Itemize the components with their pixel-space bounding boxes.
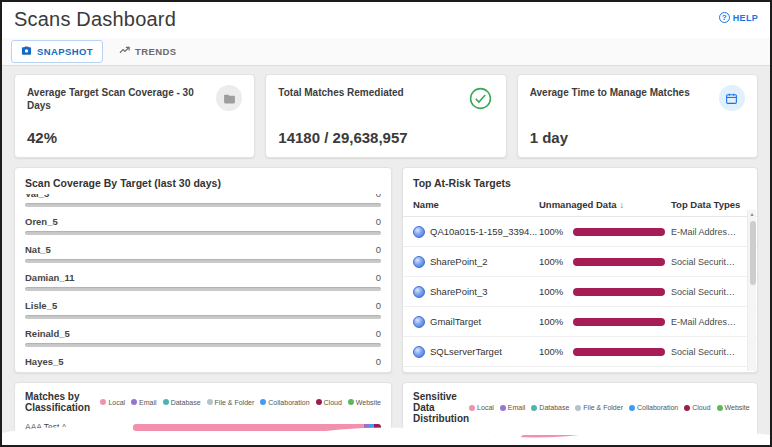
legend-item[interactable]: Email bbox=[131, 399, 157, 406]
top-data-types: Social Security Number, E-... bbox=[671, 287, 747, 297]
stat-title: Average Target Scan Coverage - 30 Days bbox=[27, 86, 212, 112]
target-label: Lisle_5 bbox=[25, 300, 57, 311]
legend-item[interactable]: Local bbox=[100, 399, 125, 406]
stat-value: 1 day bbox=[530, 129, 568, 146]
page-title: Scans Dashboard bbox=[14, 8, 176, 31]
legend-dot bbox=[500, 405, 506, 411]
chart-row: AAA Test A bbox=[15, 418, 391, 436]
target-label: Reinald_5 bbox=[25, 328, 70, 339]
panel-title: Scan Coverage By Target (last 30 days) bbox=[15, 168, 391, 194]
coverage-row: Reinald_50 bbox=[25, 319, 381, 347]
table-row[interactable]: SharePoint_3 100% Social Security Number… bbox=[403, 277, 757, 307]
help-label: HELP bbox=[733, 13, 758, 23]
legend-dot bbox=[717, 405, 723, 411]
stacked-bar bbox=[521, 435, 747, 442]
target-name: QA10a015-1-159_3394... bbox=[430, 226, 537, 237]
target-label: Hayes_5 bbox=[25, 356, 64, 367]
target-value: 0 bbox=[376, 216, 381, 227]
legend-item[interactable]: Database bbox=[531, 404, 569, 411]
top-data-types: Social Security Number bbox=[671, 347, 747, 357]
target-icon bbox=[413, 286, 425, 298]
column-name[interactable]: Name bbox=[413, 199, 539, 210]
unmanaged-bar bbox=[573, 318, 665, 326]
top-data-types: E-Mail Address, Social Sec... bbox=[671, 317, 747, 327]
stat-value: 42% bbox=[27, 129, 57, 146]
panel-title: Matches by Classification bbox=[25, 391, 100, 413]
column-unmanaged-data[interactable]: Unmanaged Data ↓ bbox=[539, 199, 671, 210]
stat-card-manage-time: Average Time to Manage Matches 1 day bbox=[517, 74, 758, 158]
column-top-data-types[interactable]: Top Data Types bbox=[671, 199, 747, 210]
legend-item[interactable]: File & Folder bbox=[207, 399, 255, 406]
legend-item[interactable]: Cloud bbox=[316, 399, 342, 406]
coverage-row: Oren_50 bbox=[25, 207, 381, 235]
camera-icon bbox=[21, 45, 32, 58]
trend-icon bbox=[119, 45, 130, 58]
middle-panel-row: Scan Coverage By Target (last 30 days) V… bbox=[14, 167, 758, 373]
unmanaged-bar bbox=[573, 348, 665, 356]
target-icon bbox=[413, 346, 425, 358]
tab-bar: SNAPSHOT TRENDS bbox=[2, 38, 770, 66]
unmanaged-bar bbox=[573, 228, 665, 236]
legend-dot bbox=[469, 405, 475, 411]
legend-dot bbox=[629, 405, 635, 411]
sensitive-data-distribution-panel: Sensitive Data Distribution Local Email … bbox=[402, 382, 758, 445]
legend-item[interactable]: Email bbox=[500, 404, 526, 411]
top-data-types: Social Security Number, Da... bbox=[671, 257, 747, 267]
legend-dot bbox=[531, 405, 537, 411]
legend-item[interactable]: File & Folder bbox=[575, 404, 623, 411]
target-label: Nat_5 bbox=[25, 244, 51, 255]
coverage-row: Val_30 bbox=[25, 194, 381, 207]
stacked-bar bbox=[133, 424, 381, 431]
help-icon: ? bbox=[719, 12, 730, 23]
chart-row-label: Arah : Classification : YES No... bbox=[25, 440, 127, 445]
legend-item[interactable]: Website bbox=[348, 399, 381, 406]
panel-title: Top At-Risk Targets bbox=[403, 168, 757, 194]
stat-value: 14180 / 29,638,957 bbox=[278, 129, 407, 146]
help-link[interactable]: ? HELP bbox=[719, 12, 758, 23]
sort-desc-icon[interactable]: ↓ bbox=[620, 200, 625, 210]
tab-trends-label: TRENDS bbox=[135, 46, 176, 57]
coverage-row: Nat_50 bbox=[25, 235, 381, 263]
unmanaged-bar bbox=[573, 288, 665, 296]
scroll-up-icon[interactable]: ▲ bbox=[748, 210, 756, 219]
target-label: Damian_11 bbox=[25, 272, 75, 283]
table-header: Name Unmanaged Data ↓ Top Data Types bbox=[403, 194, 757, 217]
legend-item[interactable]: Website bbox=[717, 404, 750, 411]
table-row[interactable]: QA10a015-1-159_3394... 100% E-Mail Addre… bbox=[403, 217, 757, 247]
chart-row: Arah : Classification : YES No... bbox=[15, 436, 391, 445]
stacked-bar bbox=[133, 442, 381, 446]
chart-legend: Local Email Database File & Folder Colla… bbox=[469, 404, 750, 411]
target-label: Val_3 bbox=[25, 194, 49, 199]
coverage-row: Lisle_50 bbox=[25, 291, 381, 319]
target-name: SharePoint_3 bbox=[430, 286, 488, 297]
scrollbar-thumb[interactable] bbox=[750, 221, 756, 285]
at-risk-panel: Top At-Risk Targets Name Unmanaged Data … bbox=[402, 167, 758, 373]
unmanaged-bar bbox=[573, 258, 665, 266]
target-label: Oren_5 bbox=[25, 216, 58, 227]
legend-dot bbox=[316, 399, 322, 405]
target-value: 0 bbox=[376, 300, 381, 311]
table-row[interactable]: SQLserverTarget 100% Social Security Num… bbox=[403, 337, 757, 367]
legend-item[interactable]: Collaboration bbox=[629, 404, 678, 411]
coverage-list[interactable]: Val_30 Oren_50 Nat_50 Damian_110 bbox=[15, 194, 391, 370]
table-row[interactable]: GmailTarget 100% E-Mail Address, Social … bbox=[403, 307, 757, 337]
chart-row: Anne Cube Data Type bbox=[403, 429, 757, 445]
target-icon bbox=[413, 256, 425, 268]
stat-title: Average Time to Manage Matches bbox=[530, 86, 715, 99]
vertical-scrollbar[interactable]: ▲ bbox=[747, 210, 756, 371]
legend-dot bbox=[100, 399, 106, 405]
legend-item[interactable]: Local bbox=[469, 404, 494, 411]
dashboard-window: Scans Dashboard ? HELP SNAPSHOT TRENDS A… bbox=[0, 0, 772, 447]
bottom-panel-row: Matches by Classification Local Email Da… bbox=[14, 382, 758, 445]
legend-item[interactable]: Cloud bbox=[684, 404, 710, 411]
unmanaged-percent: 100% bbox=[539, 346, 566, 357]
legend-item[interactable]: Database bbox=[163, 399, 201, 406]
tab-snapshot-label: SNAPSHOT bbox=[37, 46, 93, 57]
tab-snapshot[interactable]: SNAPSHOT bbox=[11, 40, 103, 63]
coverage-row: Damian_110 bbox=[25, 263, 381, 291]
target-name: SQLserverTarget bbox=[430, 346, 502, 357]
table-row[interactable]: SharePoint_2 100% Social Security Number… bbox=[403, 247, 757, 277]
legend-item[interactable]: Collaboration bbox=[260, 399, 309, 406]
tab-trends[interactable]: TRENDS bbox=[109, 40, 186, 63]
legend-dot bbox=[207, 399, 213, 405]
